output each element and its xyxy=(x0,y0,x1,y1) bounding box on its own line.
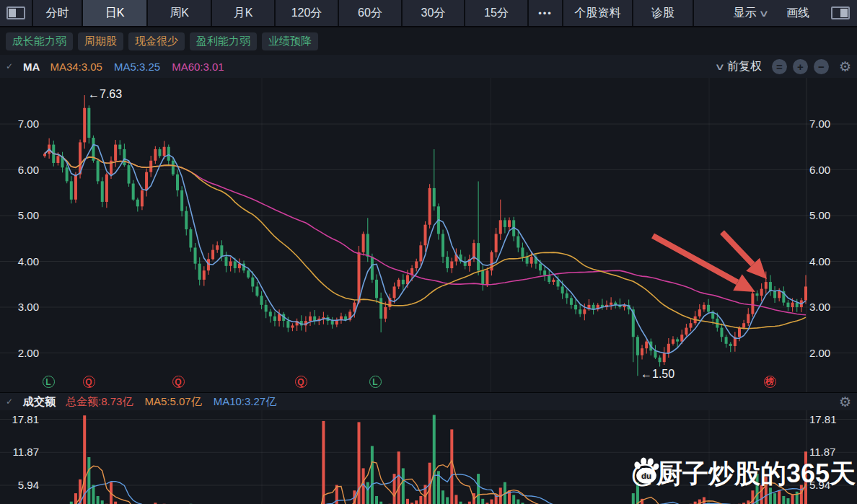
volume-settings-gear-icon[interactable]: ⚙ xyxy=(839,394,851,410)
price-axis-tick: 4.00 xyxy=(6,255,39,268)
price-axis-tick: 2.00 xyxy=(809,347,830,360)
price-axis-tick: 17.81 xyxy=(6,413,39,426)
tab-分时[interactable]: 分时 xyxy=(33,0,83,26)
extra-tab-list: 个股资料诊股 xyxy=(563,0,694,26)
stock-tag-bar: 成长能力弱周期股现金很少盈利能力弱业绩预降 xyxy=(0,27,857,55)
price-axis-tick: 4.00 xyxy=(809,255,830,268)
legend-value: MA10:3.27亿 xyxy=(214,395,277,409)
panel-right-icon xyxy=(831,6,850,19)
price-axis-tick: 2.00 xyxy=(6,347,39,360)
tab-60分[interactable]: 60分 xyxy=(339,0,403,26)
price-axis-tick: 11.87 xyxy=(809,446,835,459)
price-chart-pane[interactable]: 7.007.006.006.005.005.004.004.003.003.00… xyxy=(0,78,857,392)
toolbar-right: 显示 ∨ 画线 xyxy=(733,0,857,26)
price-axis-tick: 3.00 xyxy=(809,301,830,314)
ma-settings-gear-icon[interactable]: ⚙ xyxy=(839,58,851,75)
adjust-mode-label: 前复权 xyxy=(727,59,762,74)
volume-legend-row: ✓ 成交额 总金额:8.73亿MA5:5.07亿MA10:3.27亿 ⚙ xyxy=(0,393,857,410)
price-axis-tick: 5.94 xyxy=(809,479,830,492)
price-axis-tick: 3.00 xyxy=(6,301,39,314)
price-axis-tick: 5.94 xyxy=(6,479,39,492)
price-axis-tick: 5.00 xyxy=(6,209,39,222)
tab-月K[interactable]: 月K xyxy=(212,0,276,26)
toolbar-spacer xyxy=(694,0,733,26)
price-extreme-annotation: ←7.63 xyxy=(88,88,122,101)
tab-list: 分时日K周K月K120分60分30分15分 xyxy=(33,0,529,26)
event-marker-Q[interactable]: Q xyxy=(83,376,95,388)
stock-tag[interactable]: 盈利能力弱 xyxy=(190,32,257,50)
tab-个股资料[interactable]: 个股资料 xyxy=(563,0,633,26)
price-axis-tick: 6.00 xyxy=(809,164,830,177)
tab-周K[interactable]: 周K xyxy=(148,0,212,26)
event-marker-L[interactable]: L xyxy=(369,376,382,388)
tab-30分[interactable]: 30分 xyxy=(403,0,465,26)
event-marker-L[interactable]: L xyxy=(43,376,55,388)
display-menu[interactable]: 显示 ∨ xyxy=(733,6,768,21)
price-axis-tick: 6.00 xyxy=(6,164,39,177)
legend-value: MA5:3.25 xyxy=(114,61,160,73)
price-axis-tick: 17.81 xyxy=(809,413,837,426)
price-axis-tick: 7.00 xyxy=(809,118,830,131)
legend-value: MA34:3.05 xyxy=(50,61,102,73)
volume-title: 成交额 xyxy=(23,395,56,409)
more-tabs-button[interactable]: ••• xyxy=(529,0,563,26)
zoom-out-button[interactable]: − xyxy=(814,59,829,74)
price-axis-tick: 5.00 xyxy=(809,209,830,222)
equal-scale-button[interactable]: = xyxy=(772,59,787,74)
stock-chart-app: 分时日K周K月K120分60分30分15分 ••• 个股资料诊股 显示 ∨ 画线… xyxy=(0,0,857,504)
legend-value: 总金额:8.73亿 xyxy=(66,395,133,409)
baidu-paw-icon: du xyxy=(631,456,662,485)
chevron-down-icon: ∨ xyxy=(759,8,770,19)
event-marker-Q[interactable]: Q xyxy=(295,376,307,388)
display-label: 显示 xyxy=(733,6,756,21)
adjust-mode-menu[interactable]: ∨ 前复权 xyxy=(716,59,762,74)
event-marker-Q[interactable]: Q xyxy=(172,376,185,388)
stock-tag[interactable]: 业绩预降 xyxy=(262,32,318,50)
draw-line-button[interactable]: 画线 xyxy=(786,6,809,21)
volume-toggle-check[interactable]: ✓ xyxy=(6,397,13,407)
tab-日K[interactable]: 日K xyxy=(83,0,148,26)
panel-right-toggle[interactable] xyxy=(828,6,850,19)
ma-legend-row: ✓ MA MA34:3.05MA5:3.25MA60:3.01 ∨ 前复权 =+… xyxy=(0,55,857,78)
legend-value: MA60:3.01 xyxy=(172,61,224,73)
panel-left-icon xyxy=(6,6,25,19)
price-plot[interactable] xyxy=(0,78,857,392)
zoom-in-button[interactable]: + xyxy=(793,59,808,74)
stock-tag[interactable]: 现金很少 xyxy=(128,32,185,50)
event-marker-榜[interactable]: 榜 xyxy=(764,376,776,388)
stock-tag[interactable]: 成长能力弱 xyxy=(6,32,73,50)
price-extreme-annotation: ←1.50 xyxy=(641,368,674,381)
legend-value: MA5:5.07亿 xyxy=(144,395,201,409)
ma-values: MA34:3.05MA5:3.25MA60:3.01 xyxy=(50,61,224,73)
tab-120分[interactable]: 120分 xyxy=(276,0,339,26)
svg-text:du: du xyxy=(641,472,651,480)
ma-title: MA xyxy=(23,61,40,73)
ma-toggle-check[interactable]: ✓ xyxy=(6,61,13,71)
volume-chart-pane[interactable]: du @厨子炒股的365天 17.8117.8111.8711.875.945.… xyxy=(0,410,857,504)
price-axis-tick: 11.87 xyxy=(6,446,39,459)
chevron-down-icon: ∨ xyxy=(715,61,726,72)
price-axis-tick: 7.00 xyxy=(6,118,39,131)
panel-left-toggle[interactable] xyxy=(0,0,33,26)
toolbar: 分时日K周K月K120分60分30分15分 ••• 个股资料诊股 显示 ∨ 画线 xyxy=(0,0,857,27)
tab-15分[interactable]: 15分 xyxy=(465,0,529,26)
tab-诊股[interactable]: 诊股 xyxy=(633,0,694,26)
stock-tag[interactable]: 周期股 xyxy=(78,32,123,50)
volume-values: 总金额:8.73亿MA5:5.07亿MA10:3.27亿 xyxy=(66,395,276,409)
